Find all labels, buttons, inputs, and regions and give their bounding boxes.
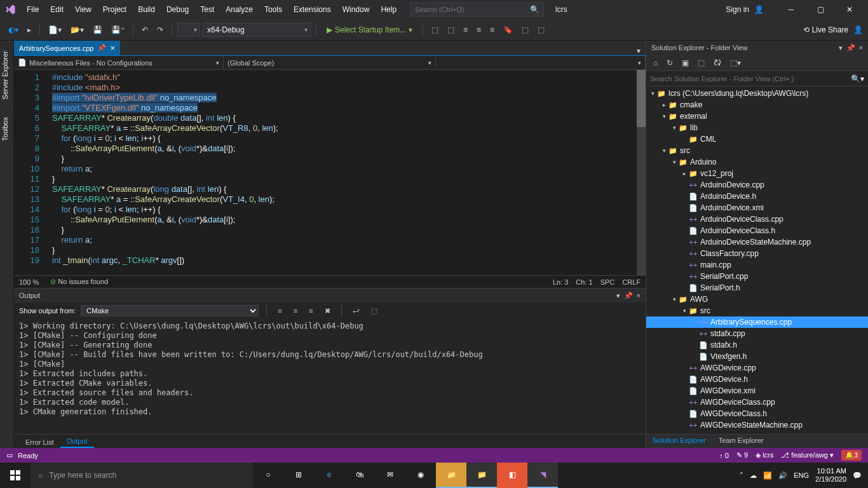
tree-item[interactable]: ▸📁vc12_proj [646, 168, 868, 179]
signin-link[interactable]: Sign in [726, 5, 749, 14]
show-all-icon[interactable]: ⬚ [695, 57, 708, 69]
tree-item[interactable]: 📄ArduinoDevice.xmi [646, 202, 868, 214]
store-icon[interactable]: 🛍 [344, 463, 375, 488]
feedback-icon[interactable]: 👤 [853, 25, 863, 34]
tb-icon-3[interactable]: ≡ [460, 24, 471, 36]
tree-item[interactable]: ▸📁cmake [646, 99, 868, 111]
menu-debug[interactable]: Debug [161, 3, 194, 17]
refresh-icon[interactable]: 🗘 [710, 57, 724, 69]
tree-item[interactable]: ++AWGDeviceStateMachine.cpp [646, 419, 868, 431]
save-button[interactable]: 💾 [90, 24, 105, 36]
branch-indicator[interactable]: ⎇ feature/awg ▾ [781, 451, 834, 459]
open-button[interactable]: 📂▾ [67, 24, 87, 36]
errorlist-tab[interactable]: Error List [19, 437, 60, 448]
redo-button[interactable]: ↷ [154, 24, 166, 36]
edge-icon[interactable]: e [314, 463, 344, 488]
tb-icon-4[interactable]: ≡ [473, 24, 484, 36]
menu-view[interactable]: View [70, 3, 97, 17]
publish-indicator[interactable]: ↑ 0 [719, 452, 729, 459]
tree-item[interactable]: 📄SerialPort.h [646, 282, 868, 294]
minimize-button[interactable]: ─ [776, 0, 806, 19]
tab-overflow-icon[interactable]: ▾ [632, 46, 646, 55]
solution-tree[interactable]: ▾📁lcrs (C:\Users\dung.lq\Desktop\AWG\lcr… [646, 86, 868, 434]
tree-item[interactable]: ▾📁src [646, 145, 868, 156]
dropdown-icon[interactable]: ▾ [616, 292, 620, 300]
tb-icon-1[interactable]: ⬚ [428, 24, 442, 36]
folder-task-icon[interactable]: 📁 [466, 463, 497, 488]
chrome-icon[interactable]: ◉ [405, 463, 436, 488]
target-dropdown[interactable] [177, 23, 200, 37]
user-icon[interactable]: 👤 [754, 5, 764, 14]
lang-indicator[interactable]: ENG [794, 471, 809, 479]
tree-item[interactable]: ▾📁lib [646, 122, 868, 133]
output-tool-3[interactable]: ≡ [306, 305, 316, 316]
search-icon[interactable]: 🔍▾ [851, 74, 864, 83]
quick-search[interactable]: 🔍 [410, 3, 544, 17]
tree-item[interactable]: ++ArbitrarySequences.cpp [646, 316, 868, 328]
server-explorer-tab[interactable]: Server Explorer [0, 46, 13, 104]
tree-item[interactable]: ++SerialPort.cpp [646, 271, 868, 282]
start-debug-button[interactable]: ▶ Select Startup Item... ▾ [322, 24, 417, 36]
volume-icon[interactable]: 🔊 [778, 471, 787, 480]
changes-indicator[interactable]: ✎ 9 [736, 451, 748, 459]
solution-search-input[interactable] [650, 75, 851, 83]
tree-item[interactable]: 📄ArduinoDevice.h [646, 191, 868, 202]
tree-item[interactable]: ▾📁AWG [646, 294, 868, 305]
tree-item[interactable]: ++AWGDeviceClass.cpp [646, 396, 868, 408]
tree-item[interactable]: ++main.cpp [646, 259, 868, 271]
menu-file[interactable]: File [22, 3, 44, 17]
output-tool-4[interactable]: ⬚ [368, 305, 381, 317]
tb-icon-6[interactable]: ⬚ [519, 24, 532, 36]
close-tab-icon[interactable]: × [110, 43, 115, 53]
tree-item[interactable]: ▾📁external [646, 111, 868, 122]
tree-root[interactable]: ▾📁lcrs (C:\Users\dung.lq\Desktop\AWG\lcr… [646, 88, 868, 99]
notifications-indicator[interactable]: 🔔3 [841, 450, 862, 461]
panel-dropdown-icon[interactable]: ▾ [839, 44, 843, 52]
tree-item[interactable]: ++ArduinoDeviceStateMachine.cpp [646, 236, 868, 248]
close-button[interactable]: ✕ [835, 0, 864, 19]
cortana-icon[interactable]: ○ [253, 463, 283, 488]
menu-help[interactable]: Help [376, 3, 402, 17]
tree-item[interactable]: 📄AWGDevice.xmi [646, 385, 868, 396]
switch-view-icon[interactable]: ⬚▾ [727, 57, 744, 69]
menu-edit[interactable]: Edit [45, 3, 69, 17]
file-tab-active[interactable]: ArbitrarySequences.cpp 📌 × [14, 41, 120, 55]
solution-explorer-tab[interactable]: Solution Explorer [646, 435, 712, 448]
bookmark-icon[interactable]: 🔖 [500, 24, 516, 36]
wifi-icon[interactable]: 📶 [763, 471, 772, 480]
undo-button[interactable]: ↶ [139, 24, 151, 36]
tree-item[interactable]: 📄ArduinoDeviceClass.h [646, 225, 868, 236]
mail-icon[interactable]: ✉ [375, 463, 405, 488]
close-panel-icon[interactable]: × [637, 292, 641, 300]
menu-tools[interactable]: Tools [259, 3, 287, 17]
nav-back-button[interactable]: ◐▾ [5, 24, 22, 36]
sync-icon[interactable]: ↻ [663, 57, 676, 69]
taskbar-search[interactable]: ○ Type here to search [31, 463, 253, 488]
tray-up-icon[interactable]: ˄ [740, 471, 743, 480]
menu-extensions[interactable]: Extensions [288, 3, 336, 17]
maximize-button[interactable]: ▢ [806, 0, 835, 19]
new-item-button[interactable]: 📄▾ [45, 24, 65, 36]
tree-item[interactable]: 📁CML [646, 133, 868, 145]
context-member-dropdown[interactable] [436, 56, 646, 69]
tree-item[interactable]: ++ClassFactory.cpp [646, 248, 868, 259]
tree-item[interactable]: ▾📁Arduino [646, 156, 868, 168]
output-tool-2[interactable]: ≡ [290, 305, 301, 316]
tree-item[interactable]: 📄AWGDevice.h [646, 374, 868, 385]
taskview-icon[interactable]: ⊞ [283, 463, 314, 488]
tree-item[interactable]: 📄Vtexfgen.h [646, 351, 868, 362]
app-task-icon[interactable]: ◧ [497, 463, 527, 488]
save-all-button[interactable]: 💾⁺ [108, 24, 128, 36]
notifications-icon[interactable]: 💬 [853, 471, 862, 480]
explorer-task-icon[interactable]: 📁 [436, 463, 466, 488]
panel-close-icon[interactable]: × [859, 44, 863, 52]
tb-icon-5[interactable]: ≡ [487, 24, 498, 36]
tree-item[interactable]: ++AWGDevice.cpp [646, 362, 868, 374]
toolbox-tab[interactable]: Toolbox [0, 112, 13, 146]
vs-task-icon[interactable]: ◥ [527, 463, 558, 488]
menu-analyze[interactable]: Analyze [220, 3, 258, 17]
collapse-icon[interactable]: ▣ [679, 57, 692, 69]
pin-icon[interactable]: 📌 [97, 44, 106, 52]
output-wrap-icon[interactable]: ⮐ [349, 305, 363, 316]
output-text[interactable]: 1> Working directory: C:\Users\dung.lq\D… [14, 319, 646, 434]
